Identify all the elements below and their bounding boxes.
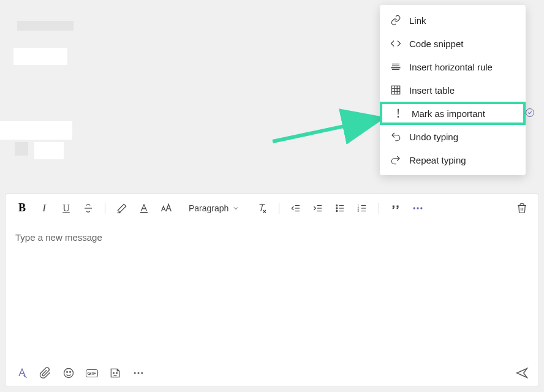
svg-point-39 [421,207,423,209]
format-toggle-button[interactable] [15,366,29,380]
menu-item-insert-hr[interactable]: Insert horizontal rule [380,55,526,78]
message-input[interactable]: Type a new message [6,222,538,360]
menu-item-label: Insert horizontal rule [409,62,493,72]
svg-point-45 [70,372,71,373]
svg-point-27 [336,210,338,211]
outdent-button[interactable] [289,202,303,215]
gif-label: GIF [86,369,99,377]
menu-item-label: Repeat typing [409,155,466,165]
menu-item-insert-table[interactable]: Insert table [380,78,526,102]
toolbar-divider [105,203,105,214]
compose-footer: GIF [6,360,538,386]
code-icon [390,37,402,50]
gif-button[interactable]: GIF [85,366,99,380]
menu-item-label: Link [409,15,426,26]
redaction-block [17,21,74,31]
svg-point-38 [417,207,419,209]
svg-text:3: 3 [358,209,360,213]
redaction-block [13,48,67,65]
menu-item-link[interactable]: Link [380,9,526,32]
more-actions-button[interactable] [132,366,145,380]
svg-rect-4 [391,86,400,94]
redaction-block [15,142,28,156]
menu-item-label: Undo typing [409,132,458,142]
svg-point-46 [113,372,115,374]
font-color-button[interactable] [137,202,151,215]
more-format-button[interactable] [411,202,425,215]
table-icon [390,84,402,96]
redaction-block [34,142,64,159]
delete-button[interactable] [515,202,529,215]
bullet-list-button[interactable] [333,202,347,215]
link-icon [390,14,402,26]
redaction-block [0,121,72,140]
paragraph-style-select[interactable]: Paragraph [185,203,243,213]
svg-point-37 [414,207,415,209]
paragraph-style-label: Paragraph [189,203,229,213]
numbered-list-button[interactable]: 123 [355,202,369,215]
send-button[interactable] [515,366,529,380]
svg-point-48 [134,372,136,374]
svg-point-49 [138,372,140,374]
emoji-button[interactable] [62,366,75,380]
sticker-button[interactable] [108,366,122,380]
message-placeholder: Type a new message [15,232,102,243]
menu-item-label: Insert table [409,85,455,96]
svg-point-43 [64,369,74,378]
menu-item-repeat-typing[interactable]: Repeat typing [380,148,526,172]
strikethrough-button[interactable] [81,202,95,215]
highlight-button[interactable] [115,202,129,215]
redo-icon [390,154,402,166]
italic-button[interactable]: I [37,202,51,215]
quote-button[interactable] [389,202,402,215]
menu-item-label: Code snippet [409,39,463,49]
underline-button[interactable]: U [59,202,73,215]
font-size-button[interactable] [159,202,173,215]
important-icon [392,107,404,119]
clear-formatting-button[interactable] [255,202,269,215]
menu-item-code-snippet[interactable]: Code snippet [380,32,526,55]
read-receipt-icon [526,108,534,117]
svg-point-9 [398,116,399,118]
compose-box: B I U Paragraph [5,194,539,387]
indent-button[interactable] [311,202,325,215]
toolbar-divider [379,203,379,214]
svg-point-26 [336,207,338,208]
format-more-menu: Link Code snippet Insert horizontal rule… [380,5,526,175]
annotation-arrow [270,108,386,145]
toolbar-divider [279,203,279,214]
svg-point-44 [67,372,68,373]
menu-item-mark-important[interactable]: Mark as important [380,102,526,125]
horizontal-rule-icon [390,61,402,73]
menu-item-undo-typing[interactable]: Undo typing [380,125,526,148]
format-toolbar: B I U Paragraph [6,194,538,222]
svg-line-10 [273,119,379,141]
undo-icon [390,130,402,143]
svg-point-25 [336,205,338,206]
chevron-down-icon [232,205,240,212]
svg-point-47 [116,372,118,374]
bold-button[interactable]: B [15,202,29,215]
svg-point-50 [141,372,143,374]
attach-button[interactable] [39,366,52,380]
menu-item-label: Mark as important [412,108,485,119]
